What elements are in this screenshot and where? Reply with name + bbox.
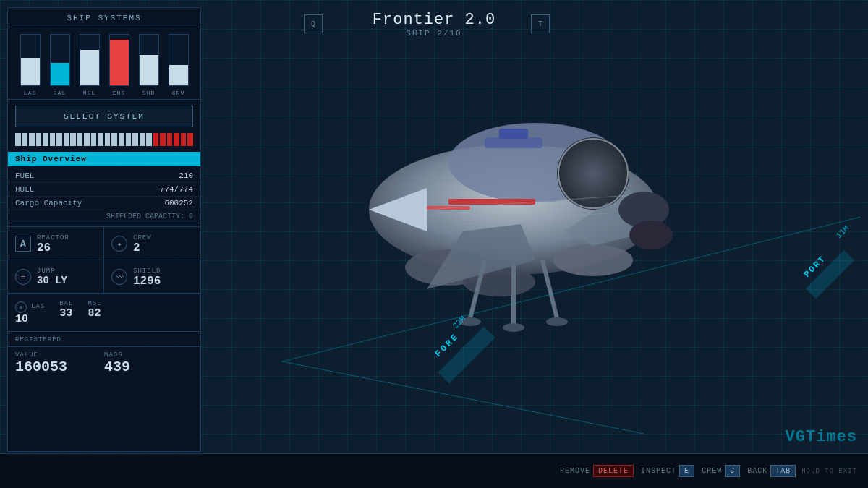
shield-value: 1296: [133, 275, 161, 288]
hold-text: HOLD TO EXIT: [801, 468, 857, 475]
inspect-key[interactable]: E: [679, 465, 694, 477]
weapons-row: ⊗ LAS 10 BAL 33 MSL 82: [8, 294, 200, 332]
shield-label: SHIELD: [133, 267, 161, 275]
stat-cargo: Cargo Capacity 600252: [8, 197, 200, 210]
svg-rect-26: [438, 326, 495, 383]
nav-right-button[interactable]: T: [531, 14, 550, 33]
weapon-bal-label: BAL: [59, 300, 73, 307]
crew-icon: ✦: [111, 236, 127, 252]
stats-table: FUEL 210 HULL 774/774 Cargo Capacity 600…: [8, 166, 200, 227]
crew-key[interactable]: C: [725, 465, 740, 477]
bar-msl: MSL: [80, 34, 100, 96]
bar-bal: BAL: [50, 34, 70, 96]
back-label: BACK: [747, 467, 767, 475]
power-seg-20: [146, 133, 152, 146]
shield-icon: 〰: [111, 269, 127, 285]
reactor-content: REACTOR 26: [37, 234, 69, 255]
value-label: VALUE: [15, 351, 104, 359]
stat-shielded: SHIELDED CAPACITY: 0: [8, 210, 200, 223]
bar-msl-fill: [80, 50, 99, 85]
bar-msl-container: [80, 34, 100, 86]
bar-grv-fill: [169, 65, 188, 85]
reactor-icon: A: [15, 236, 31, 252]
power-seg-6: [50, 133, 56, 146]
weapon-las-value: 10: [15, 313, 45, 325]
power-seg-r4: [174, 133, 179, 146]
inspect-label: INSPECT: [641, 467, 676, 475]
shield-content: SHIELD 1296: [133, 267, 161, 288]
remove-action: REMOVE DELETE: [560, 465, 634, 477]
bar-las-label: LAS: [24, 90, 36, 96]
svg-line-24: [282, 217, 861, 361]
watermark: VGTimes: [786, 428, 857, 446]
weapon-bal-value: 33: [59, 307, 73, 320]
power-seg-9: [70, 133, 76, 146]
ship-overview-header: Ship Overview: [8, 152, 200, 166]
jump-value: 30 LY: [37, 275, 67, 287]
select-system-label: SELECT SYSTEM: [64, 112, 145, 121]
bar-las-fill: [21, 58, 40, 86]
mass-number: 439: [104, 359, 193, 375]
nav-left-button[interactable]: Q: [304, 14, 323, 33]
weapon-msl-value: 82: [88, 307, 101, 320]
bar-grv-label: GRV: [172, 90, 184, 96]
svg-text:22M: 22M: [451, 314, 467, 330]
bar-eng-container: [109, 34, 129, 86]
delete-key[interactable]: DELETE: [593, 465, 634, 477]
las-icon: ⊗: [15, 301, 27, 313]
bar-eng-label: ENG: [113, 90, 125, 96]
power-seg-10: [77, 133, 83, 146]
crew-action: CREW C: [702, 465, 740, 477]
nav-right-key: T: [538, 20, 542, 28]
stat-reactor: A REACTOR 26: [8, 227, 104, 260]
power-seg-17: [126, 133, 132, 146]
power-seg-18: [132, 133, 138, 146]
back-key[interactable]: TAB: [770, 465, 796, 477]
power-seg-8: [64, 133, 69, 146]
stat-fuel-label: FUEL: [15, 171, 34, 180]
svg-text:11M: 11M: [835, 224, 851, 240]
inspect-action: INSPECT E: [641, 465, 694, 477]
power-seg-15: [111, 133, 117, 146]
select-system-button[interactable]: SELECT SYSTEM: [15, 106, 193, 127]
weapon-las: ⊗ LAS 10: [15, 300, 45, 325]
weapon-msl-line: MSL: [88, 300, 101, 307]
weapon-las-label: LAS: [31, 303, 45, 310]
power-seg-13: [98, 133, 103, 146]
power-seg-r2: [160, 133, 166, 146]
ship-systems-title: SHIP SYSTEMS: [67, 14, 141, 22]
weapon-bal-line: BAL: [59, 300, 73, 307]
ship-name: Frontier 2.0: [373, 11, 495, 29]
bar-shd-container: [139, 34, 159, 86]
watermark-vg: VG: [786, 428, 806, 446]
power-seg-4: [36, 133, 42, 146]
reactor-value: 26: [37, 241, 69, 255]
nav-left-key: Q: [311, 20, 315, 28]
stat-jump: ≡ JUMP 30 LY: [8, 260, 104, 294]
stat-hull-value: 774/774: [160, 185, 193, 194]
bar-eng-fill: [110, 40, 129, 85]
ship-overview-title: Ship Overview: [15, 155, 87, 163]
bar-shd-label: SHD: [142, 90, 155, 96]
stat-cargo-label: Cargo Capacity: [15, 199, 82, 207]
bar-shd-fill: [140, 55, 158, 85]
power-seg-r3: [167, 133, 173, 146]
power-seg-7: [56, 133, 62, 146]
weapon-bal: BAL 33: [59, 300, 73, 325]
stat-shielded-label: SHIELDED CAPACITY: 0: [106, 213, 193, 221]
power-seg-1: [15, 133, 21, 146]
power-seg-14: [105, 133, 111, 146]
stat-fuel-value: 210: [179, 171, 193, 180]
icon-stats-grid: A REACTOR 26 ✦ CREW 2 ≡ JUMP 30 LY 〰: [8, 227, 200, 294]
weapon-msl: MSL 82: [88, 300, 101, 325]
power-seg-19: [140, 133, 145, 146]
bar-grv: GRV: [169, 34, 189, 96]
power-seg-r1: [153, 133, 159, 146]
bar-las: LAS: [20, 34, 41, 96]
power-seg-r5: [181, 133, 187, 146]
jump-icon: ≡: [15, 269, 31, 285]
ship-systems-header: SHIP SYSTEMS: [8, 8, 200, 27]
crew-label: CREW: [702, 467, 722, 475]
bar-bal-label: BAL: [54, 90, 66, 96]
mass-item: MASS 439: [104, 351, 193, 375]
